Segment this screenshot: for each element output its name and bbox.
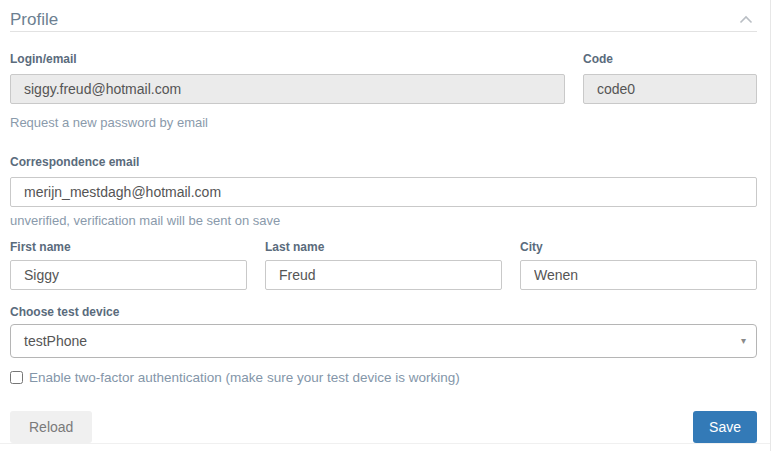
dropdown-arrow-icon: ▾ <box>741 336 746 346</box>
last-name-label: Last name <box>265 240 502 255</box>
city-field[interactable] <box>520 260 757 290</box>
two-factor-label: Enable two-factor authentication (make s… <box>29 370 460 385</box>
test-device-selected-value: testPhone <box>24 333 87 349</box>
page-title: Profile <box>10 10 58 30</box>
code-label: Code <box>583 52 757 67</box>
code-field <box>583 74 757 104</box>
test-device-row: Choose test device testPhone ▾ <box>10 305 757 358</box>
reload-button[interactable]: Reload <box>10 411 92 443</box>
panel-header: Profile <box>10 0 757 32</box>
save-button[interactable]: Save <box>693 411 757 443</box>
login-code-row: Login/email Code <box>10 52 757 104</box>
verification-hint: unverified, verification mail will be se… <box>10 213 757 229</box>
two-factor-row: Enable two-factor authentication (make s… <box>10 370 757 385</box>
login-email-field <box>10 74 565 104</box>
two-factor-checkbox[interactable] <box>10 371 23 384</box>
request-password-link[interactable]: Request a new password by email <box>10 115 757 131</box>
city-label: City <box>520 240 757 255</box>
actions-row: Reload Save <box>10 411 757 443</box>
profile-form: Login/email Code Request a new password … <box>10 32 757 443</box>
correspondence-email-label: Correspondence email <box>10 155 757 170</box>
first-name-label: First name <box>10 240 247 255</box>
bottom-divider <box>0 443 770 444</box>
profile-panel: Profile Login/email Code Request a new p… <box>0 0 771 451</box>
last-name-field[interactable] <box>265 260 502 290</box>
name-city-row: First name Last name City <box>10 240 757 290</box>
test-device-select[interactable]: testPhone ▾ <box>10 324 757 358</box>
correspondence-email-field[interactable] <box>10 177 757 207</box>
correspondence-row: Correspondence email unverified, verific… <box>10 155 757 229</box>
first-name-field[interactable] <box>10 260 247 290</box>
chevron-up-icon <box>739 12 753 27</box>
login-email-label: Login/email <box>10 52 565 67</box>
collapse-panel-button[interactable] <box>735 13 757 26</box>
test-device-label: Choose test device <box>10 305 757 320</box>
